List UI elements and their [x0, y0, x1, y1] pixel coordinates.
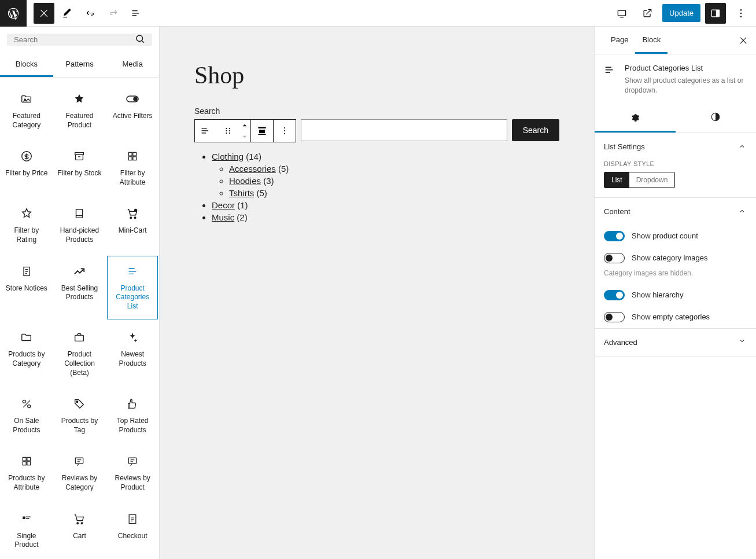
category-link[interactable]: Clothing: [212, 152, 244, 161]
block-item-product-collection-beta-[interactable]: Product Collection (Beta): [54, 322, 105, 386]
external-link-icon[interactable]: [637, 3, 658, 24]
block-item-best-selling-products[interactable]: Best Selling Products: [54, 256, 105, 320]
block-item-single-product[interactable]: Single Product: [1, 503, 52, 558]
undo-icon[interactable]: [80, 3, 101, 24]
editor-canvas[interactable]: Shop Search: [160, 27, 594, 559]
svg-rect-45: [259, 130, 265, 133]
document-overview-icon[interactable]: [126, 3, 147, 24]
block-item-checkout[interactable]: Checkout: [107, 503, 158, 558]
block-item-label: Active Filters: [113, 112, 153, 121]
view-icon[interactable]: [611, 3, 632, 24]
tab-media[interactable]: Media: [106, 53, 159, 77]
svg-rect-16: [76, 209, 83, 216]
block-item-cart[interactable]: Cart: [54, 503, 105, 558]
block-item-label: Products by Category: [4, 350, 49, 368]
block-item-reviews-by-product[interactable]: Reviews by Product: [107, 446, 158, 501]
stack-icon: [72, 207, 86, 220]
category-list-block[interactable]: Clothing (14)Accessories (5)Hoodies (3)T…: [194, 152, 559, 222]
tab-blocks[interactable]: Blocks: [0, 53, 53, 77]
category-link[interactable]: Music: [212, 212, 234, 222]
tab-patterns[interactable]: Patterns: [53, 53, 106, 77]
toggle-hierarchy[interactable]: [604, 290, 625, 300]
block-item-label: Top Rated Products: [110, 417, 155, 435]
search-field-input[interactable]: [301, 119, 507, 141]
tab-block[interactable]: Block: [635, 27, 668, 54]
wordpress-logo[interactable]: [0, 0, 27, 27]
toggle-product-count[interactable]: [604, 231, 625, 241]
block-item-filter-by-price[interactable]: Filter by Price: [1, 141, 52, 196]
block-item-filter-by-stock[interactable]: Filter by Stock: [54, 141, 105, 196]
block-item-on-sale-products[interactable]: On Sale Products: [1, 388, 52, 443]
block-description: Show all product categories as a list or…: [625, 76, 747, 95]
close-inserter-button[interactable]: [34, 3, 54, 24]
block-item-label: Newest Products: [110, 350, 155, 368]
update-button[interactable]: Update: [662, 4, 700, 22]
cart-icon: [72, 512, 86, 526]
category-link[interactable]: Decor: [212, 200, 235, 210]
subtab-settings[interactable]: [595, 105, 676, 133]
chevron-down-icon: [737, 337, 747, 348]
block-item-hand-picked-products[interactable]: Hand-picked Products: [54, 198, 105, 253]
display-list-button[interactable]: List: [604, 172, 629, 187]
search-input[interactable]: [14, 35, 135, 44]
options-icon[interactable]: [731, 3, 751, 24]
block-item-label: Mini-Cart: [119, 226, 147, 236]
svg-point-19: [134, 209, 138, 212]
category-item: Hoodies (3): [229, 176, 559, 186]
block-item-product-categories-list[interactable]: Product Categories List: [107, 256, 158, 320]
move-down-icon[interactable]: [239, 131, 250, 142]
toolbar-more-icon[interactable]: [274, 120, 296, 142]
block-item-newest-products[interactable]: Newest Products: [107, 322, 158, 386]
block-item-reviews-by-category[interactable]: Reviews by Category: [54, 446, 105, 501]
block-item-filter-by-attribute[interactable]: Filter by Attribute: [107, 141, 158, 196]
svg-point-18: [134, 217, 136, 219]
block-item-featured-category[interactable]: Featured Category: [1, 83, 52, 138]
display-dropdown-button[interactable]: Dropdown: [629, 172, 675, 187]
block-item-active-filters[interactable]: Active Filters: [107, 83, 158, 138]
svg-point-24: [76, 401, 78, 403]
list-settings-header[interactable]: List Settings: [595, 133, 756, 160]
svg-point-3: [740, 9, 742, 10]
block-item-products-by-tag[interactable]: Products by Tag: [54, 388, 105, 443]
svg-point-40: [226, 130, 227, 131]
block-item-mini-cart[interactable]: Mini-Cart: [107, 198, 158, 253]
block-item-products-by-attribute[interactable]: Products by Attribute: [1, 446, 52, 501]
svg-point-48: [284, 130, 285, 131]
block-item-label: Filter by Attribute: [110, 169, 155, 187]
page-title[interactable]: Shop: [194, 61, 559, 89]
search-button[interactable]: Search: [512, 119, 559, 141]
block-item-top-rated-products[interactable]: Top Rated Products: [107, 388, 158, 443]
block-item-label: Featured Product: [57, 112, 102, 130]
subtab-styles[interactable]: [676, 105, 757, 133]
toggle-empty-categories[interactable]: [604, 312, 625, 322]
svg-point-17: [130, 217, 132, 219]
svg-point-4: [740, 12, 742, 14]
redo-icon: [103, 3, 124, 24]
category-link[interactable]: Tshirts: [229, 188, 254, 198]
toolbar-align-icon[interactable]: [251, 120, 273, 142]
toolbar-drag-icon[interactable]: [217, 120, 239, 142]
tag-icon: [72, 397, 86, 411]
tab-page[interactable]: Page: [604, 27, 635, 54]
block-item-store-notices[interactable]: Store Notices: [1, 256, 52, 320]
edit-icon[interactable]: [57, 3, 78, 24]
block-item-filter-by-rating[interactable]: Filter by Rating: [1, 198, 52, 253]
content-header[interactable]: Content: [595, 198, 756, 225]
svg-rect-27: [23, 462, 26, 465]
category-link[interactable]: Accessories: [229, 164, 276, 174]
move-up-icon[interactable]: [239, 120, 250, 131]
block-search[interactable]: [7, 34, 152, 46]
toggle-category-images[interactable]: [604, 253, 625, 263]
briefcase-icon: [72, 330, 86, 344]
advanced-header[interactable]: Advanced: [595, 329, 756, 356]
block-item-products-by-category[interactable]: Products by Category: [1, 322, 52, 386]
close-icon[interactable]: [733, 30, 754, 51]
category-link[interactable]: Hoodies: [229, 176, 261, 186]
svg-rect-30: [128, 458, 136, 464]
settings-panel-toggle[interactable]: [705, 3, 726, 24]
dollar-circle-icon: [20, 149, 34, 163]
toolbar-list-icon[interactable]: [195, 120, 217, 142]
block-item-featured-product[interactable]: Featured Product: [54, 83, 105, 138]
svg-rect-0: [618, 10, 625, 16]
block-item-label: Filter by Rating: [4, 226, 49, 244]
